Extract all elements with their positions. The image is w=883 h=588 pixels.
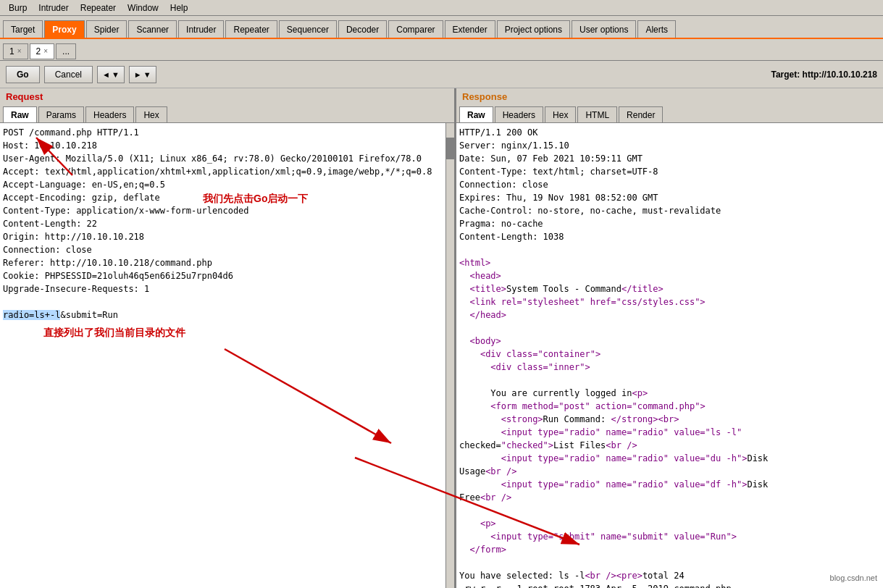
request-panel-header: Request <box>0 88 454 105</box>
response-tab-hex[interactable]: Hex <box>545 106 576 122</box>
tab-scanner[interactable]: Scanner <box>128 20 177 38</box>
tab-decoder[interactable]: Decoder <box>338 20 387 38</box>
close-tab-1-icon[interactable]: × <box>17 47 22 55</box>
menu-intruder[interactable]: Intruder <box>33 1 74 14</box>
close-tab-2-icon[interactable]: × <box>43 47 48 55</box>
menu-burp[interactable]: Burp <box>3 1 33 14</box>
response-tab-render[interactable]: Render <box>619 106 663 122</box>
annotation-list: 直接列出了我们当前目录的文件 <box>43 326 185 340</box>
back-dropdown-icon[interactable]: ▼ <box>112 70 120 79</box>
sub-tab-1[interactable]: 1 × <box>3 43 28 59</box>
request-panel: Request Raw Params Headers Hex POST /com… <box>0 88 456 588</box>
tab-project-options[interactable]: Project options <box>497 20 570 38</box>
forward-button[interactable]: ► ▼ <box>129 66 156 83</box>
watermark: blog.csdn.net <box>830 574 877 582</box>
sub-tab-2[interactable]: 2 × <box>30 43 55 59</box>
response-panel: Response Raw Headers Hex HTML Render HTT… <box>456 88 883 588</box>
response-content[interactable]: HTTP/1.1 200 OK Server: nginx/1.15.10 Da… <box>456 123 883 588</box>
forward-icon: ► <box>134 70 142 79</box>
menu-bar: Burp Intruder Repeater Window Help <box>0 0 883 16</box>
back-button[interactable]: ◄ ▼ <box>97 66 125 83</box>
request-tab-raw[interactable]: Raw <box>3 106 37 122</box>
toolbar: Go Cancel ◄ ▼ ► ▼ Target: http://10.10.1… <box>0 61 883 88</box>
request-content[interactable]: POST /command.php HTTP/1.1 Host: 10.10.1… <box>0 123 454 588</box>
request-tab-headers[interactable]: Headers <box>85 106 134 122</box>
target-label: Target: http://10.10.10.218 <box>771 70 878 80</box>
response-panel-header: Response <box>456 88 883 105</box>
go-button[interactable]: Go <box>6 66 40 83</box>
response-tab-headers[interactable]: Headers <box>495 106 543 122</box>
response-tab-html[interactable]: HTML <box>577 106 617 122</box>
menu-help[interactable]: Help <box>164 1 194 14</box>
menu-window[interactable]: Window <box>122 1 164 14</box>
tab-comparer[interactable]: Comparer <box>388 20 443 38</box>
request-tab-params[interactable]: Params <box>38 106 84 122</box>
request-scrollbar-thumb[interactable] <box>446 138 454 159</box>
request-scrollbar[interactable] <box>445 123 454 588</box>
main-tab-bar: Target Proxy Spider Scanner Intruder Rep… <box>0 16 883 39</box>
request-text: POST /command.php HTTP/1.1 Host: 10.10.1… <box>3 126 451 322</box>
response-tab-raw[interactable]: Raw <box>459 106 493 122</box>
tab-intruder[interactable]: Intruder <box>178 20 224 38</box>
content-area: Request Raw Params Headers Hex POST /com… <box>0 88 883 588</box>
request-panel-tabs: Raw Params Headers Hex <box>0 105 454 123</box>
response-text: HTTP/1.1 200 OK Server: nginx/1.15.10 Da… <box>459 126 880 588</box>
tab-user-options[interactable]: User options <box>572 20 636 38</box>
tab-proxy[interactable]: Proxy <box>44 20 84 38</box>
tab-sequencer[interactable]: Sequencer <box>279 20 337 38</box>
forward-dropdown-icon[interactable]: ▼ <box>143 70 151 79</box>
cancel-button[interactable]: Cancel <box>44 66 93 83</box>
request-tab-hex[interactable]: Hex <box>135 106 167 122</box>
back-icon: ◄ <box>102 70 110 79</box>
tab-target[interactable]: Target <box>3 20 43 38</box>
menu-repeater[interactable]: Repeater <box>75 1 122 14</box>
tab-repeater[interactable]: Repeater <box>225 20 277 38</box>
tab-extender[interactable]: Extender <box>445 20 495 38</box>
sub-tab-more[interactable]: ... <box>56 43 76 59</box>
tab-spider[interactable]: Spider <box>86 20 127 38</box>
response-panel-tabs: Raw Headers Hex HTML Render <box>456 105 883 123</box>
tab-alerts[interactable]: Alerts <box>637 20 676 38</box>
sub-tab-bar: 1 × 2 × ... <box>0 39 883 61</box>
